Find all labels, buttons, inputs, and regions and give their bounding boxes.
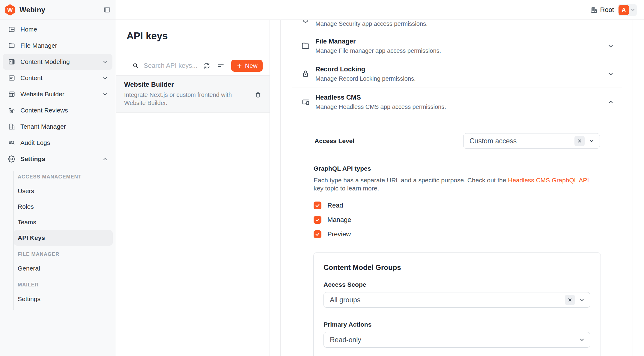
settings-submenu: ACCESS MANAGEMENT Users Roles Teams API …	[13, 171, 113, 310]
permission-row-description: Manage Security app access permissions.	[315, 20, 622, 27]
access-scope-label: Access Scope	[323, 281, 590, 288]
chevron-down-icon[interactable]	[589, 138, 595, 144]
top-bar-right: Root A	[591, 0, 637, 20]
brand-area: W Webiny	[0, 0, 115, 20]
sidebar-item-label: Content Reviews	[20, 107, 68, 114]
sidebar-item-mailer-settings[interactable]: Settings	[14, 291, 113, 307]
access-level-row: Access Level Custom access	[315, 133, 600, 149]
webiny-logo-icon: W	[5, 4, 15, 16]
search-input[interactable]	[144, 62, 197, 70]
sidebar-item-general[interactable]: General	[14, 261, 113, 276]
sidebar-item-content[interactable]: Content	[0, 70, 115, 86]
sidebar-item-label: Content	[20, 74, 43, 82]
chevron-down-icon[interactable]	[579, 337, 585, 343]
sidebar-toggle-icon[interactable]	[103, 6, 111, 14]
page-title: API keys	[127, 30, 270, 42]
tenant-selector[interactable]: Root	[591, 6, 614, 14]
content-model-groups-card: Content Model Groups Access Scope All gr…	[313, 252, 601, 356]
primary-actions-value: Read-only	[330, 336, 361, 344]
permission-row-title: Headless CMS	[315, 94, 446, 101]
sidebar-item-audit-logs[interactable]: Audit Logs	[0, 135, 115, 151]
trash-icon[interactable]	[254, 91, 262, 99]
search-icon	[132, 62, 139, 69]
sidebar-item-label: Website Builder	[20, 91, 64, 98]
permission-row-headless-cms[interactable]: Headless CMS Manage Headless CMS app acc…	[292, 88, 622, 116]
sidebar: Home File Manager Content Modeling Conte…	[0, 0, 115, 356]
sidebar-item-content-reviews[interactable]: Content Reviews	[0, 102, 115, 118]
permission-row-description: Manage Record Locking permissions.	[315, 75, 416, 82]
chevron-down-icon	[102, 75, 108, 81]
permission-row-title: File Manager	[315, 37, 441, 45]
access-scope-select[interactable]: All groups	[323, 292, 590, 308]
sidebar-item-teams[interactable]: Teams	[14, 214, 113, 230]
checkbox-label: Preview	[327, 230, 351, 238]
submenu-section-access-management: ACCESS MANAGEMENT	[14, 171, 113, 183]
permission-rows: Manage Security app access permissions. …	[292, 20, 622, 356]
chevron-up-icon	[102, 156, 108, 162]
plus-icon	[236, 63, 243, 69]
gear-icon	[8, 155, 15, 163]
clear-selection-icon[interactable]	[565, 295, 575, 305]
sidebar-item-website-builder[interactable]: Website Builder	[0, 86, 115, 102]
api-key-list-item[interactable]: Website Builder Integrate Next.js or cus…	[116, 76, 270, 113]
chevron-down-icon[interactable]	[607, 43, 614, 49]
access-level-label: Access Level	[315, 137, 354, 145]
sidebar-item-users[interactable]: Users	[14, 183, 113, 199]
sidebar-item-settings[interactable]: Settings	[0, 151, 115, 167]
list-toolbar: New	[116, 56, 270, 76]
new-api-key-button[interactable]: New	[231, 60, 263, 72]
chevron-down-icon[interactable]	[579, 297, 585, 303]
clear-selection-icon[interactable]	[574, 136, 585, 146]
read-checkbox[interactable]	[314, 202, 321, 209]
tenant-label: Root	[600, 6, 614, 14]
sidebar-item-label: Audit Logs	[20, 139, 50, 146]
access-level-value: Custom access	[470, 137, 517, 145]
home-icon	[8, 26, 15, 33]
sidebar-item-tenant-manager[interactable]: Tenant Manager	[0, 118, 115, 135]
access-level-select[interactable]: Custom access	[463, 133, 600, 149]
lock-icon	[301, 69, 310, 78]
permission-row-file-manager[interactable]: File Manager Manage File manager app acc…	[292, 32, 622, 60]
checkbox-label: Read	[327, 202, 343, 209]
sidebar-item-content-modeling[interactable]: Content Modeling	[3, 54, 112, 70]
content-icon	[8, 74, 15, 82]
permission-row-description: Manage File manager app access permissio…	[315, 47, 441, 54]
permission-row-security[interactable]: Manage Security app access permissions.	[292, 20, 622, 32]
chevron-up-icon[interactable]	[607, 99, 614, 105]
workflow-icon	[8, 107, 15, 114]
description-text: key topic to learn more.	[314, 185, 379, 192]
refresh-icon[interactable]	[203, 62, 211, 70]
checkbox-label: Manage	[327, 216, 351, 224]
sort-icon[interactable]	[217, 62, 225, 70]
sidebar-item-file-manager[interactable]: File Manager	[0, 37, 115, 54]
user-menu[interactable]: A	[618, 4, 637, 16]
sidebar-item-label: Content Modeling	[20, 58, 70, 65]
sidebar-item-home[interactable]: Home	[0, 21, 115, 37]
permission-row-record-locking[interactable]: Record Locking Manage Record Locking per…	[292, 60, 622, 88]
sidebar-item-api-keys[interactable]: API Keys	[14, 230, 113, 246]
avatar: A	[619, 5, 629, 15]
sidebar-item-roles[interactable]: Roles	[14, 199, 113, 214]
chevron-down-icon	[102, 91, 108, 97]
graphql-api-types-description: Each type has a separate URL and a speci…	[314, 176, 598, 192]
primary-actions-select[interactable]: Read-only	[323, 332, 590, 348]
manage-checkbox[interactable]	[314, 216, 321, 224]
permission-row-title: Record Locking	[315, 65, 416, 73]
shield-icon	[301, 20, 310, 24]
graphql-api-type-checkboxes: Read Manage Preview	[314, 198, 622, 241]
graphql-api-types-section: GraphQL API types Each type has a separa…	[314, 165, 622, 192]
chevron-down-icon[interactable]	[607, 71, 614, 77]
preview-checkbox[interactable]	[314, 230, 321, 238]
headless-cms-graphql-api-link[interactable]: Headless CMS GraphQL API	[508, 177, 589, 184]
top-bar: W Webiny Root A	[0, 0, 644, 20]
chevron-down-icon	[102, 59, 108, 65]
devices-icon	[301, 97, 310, 106]
primary-actions-label: Primary Actions	[323, 321, 590, 328]
description-text: Each type has a separate URL and a speci…	[314, 177, 508, 184]
building-icon	[8, 123, 15, 130]
checkbox-row-manage: Manage	[314, 213, 622, 227]
api-key-detail-panel: Manage Security app access permissions. …	[280, 20, 633, 356]
sidebar-item-label: Settings	[20, 155, 45, 163]
card-title: Content Model Groups	[323, 263, 590, 272]
content-modeling-icon	[8, 58, 15, 65]
